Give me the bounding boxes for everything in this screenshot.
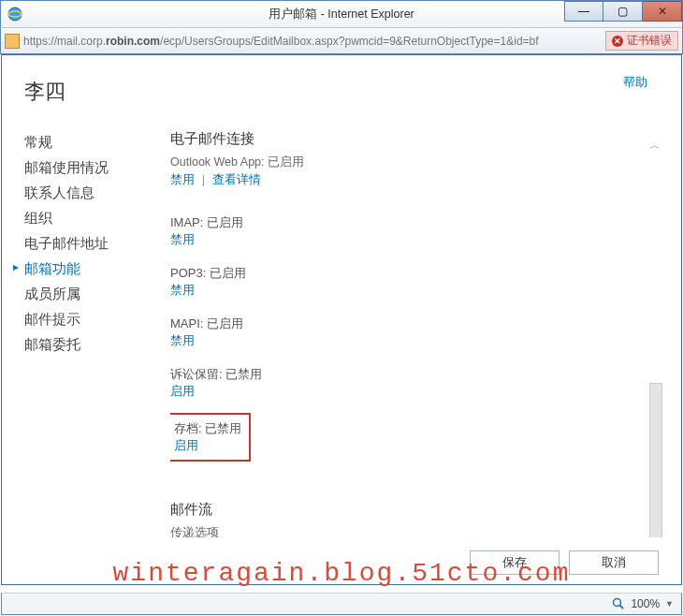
archive-highlight-box: 存档: 已禁用 启用 — [170, 413, 251, 462]
service-imap: IMAP: 已启用 禁用 — [170, 214, 644, 248]
zoom-level[interactable]: 100% — [631, 597, 660, 610]
archive-status: 存档: 已禁用 — [174, 420, 241, 437]
sidebar-item-usage[interactable]: 邮箱使用情况 — [24, 155, 170, 181]
sidebar-item-delegation[interactable]: 邮箱委托 — [24, 332, 170, 358]
mailflow-sub1: 传递选项 — [170, 524, 644, 537]
footer-buttons: 保存 取消 — [11, 550, 659, 575]
zoom-dropdown-icon[interactable]: ▼ — [665, 599, 674, 609]
sidebar-item-email[interactable]: 电子邮件地址 — [24, 231, 170, 257]
imap-status: IMAP: 已启用 — [170, 214, 644, 231]
separator: | — [202, 172, 205, 186]
minimize-button[interactable]: — — [564, 1, 603, 22]
sidebar-nav: 常规 邮箱使用情况 联系人信息 组织 电子邮件地址 邮箱功能 成员所属 邮件提示… — [11, 130, 170, 537]
sidebar-item-mailtip[interactable]: 邮件提示 — [24, 307, 170, 332]
service-archive: 存档: 已禁用 启用 — [174, 420, 241, 454]
sidebar-item-features[interactable]: 邮箱功能 — [24, 257, 170, 282]
scroll-up-icon[interactable]: ︿ — [649, 138, 662, 154]
svg-point-0 — [8, 7, 22, 21]
mapi-action-link[interactable]: 禁用 — [170, 333, 195, 347]
owa-disable-link[interactable]: 禁用 — [170, 172, 195, 186]
page-title: 李四 — [24, 78, 672, 106]
zoom-icon[interactable] — [612, 597, 625, 610]
ie-icon — [7, 6, 23, 22]
section-email-connection: 电子邮件连接 Outlook Web App: 已启用 禁用 | 查看详情 — [170, 130, 644, 188]
mapi-status: MAPI: 已启用 — [170, 315, 644, 332]
archive-action-link[interactable]: 启用 — [174, 438, 198, 452]
svg-line-3 — [620, 606, 624, 609]
owa-details-link[interactable]: 查看详情 — [212, 172, 261, 186]
help-link[interactable]: 帮助 — [623, 74, 647, 91]
sidebar-item-contact[interactable]: 联系人信息 — [24, 181, 170, 206]
maximize-button[interactable]: ▢ — [603, 1, 643, 22]
window-buttons: — ▢ ✕ — [564, 1, 682, 27]
service-mapi: MAPI: 已启用 禁用 — [170, 315, 644, 349]
main-panel: 电子邮件连接 Outlook Web App: 已启用 禁用 | 查看详情 IM… — [170, 130, 672, 537]
page-frame: 帮助 李四 常规 邮箱使用情况 联系人信息 组织 电子邮件地址 邮箱功能 成员所… — [1, 54, 682, 585]
url-text: https://mail.corp.robin.com/ecp/UsersGro… — [23, 35, 602, 48]
litigation-action-link[interactable]: 启用 — [170, 384, 195, 398]
service-pop3: POP3: 已启用 禁用 — [170, 265, 644, 299]
svg-point-2 — [614, 599, 621, 607]
imap-action-link[interactable]: 禁用 — [170, 232, 195, 246]
save-button[interactable]: 保存 — [470, 550, 559, 575]
section-mailflow: 邮件流 传递选项 传递选项控制转发和收件人限制。 查看详情 — [170, 501, 644, 537]
cert-error-badge[interactable]: ✕ 证书错误 — [605, 31, 678, 51]
close-button[interactable]: ✕ — [643, 1, 682, 22]
cert-error-label: 证书错误 — [627, 33, 672, 49]
sidebar-item-general[interactable]: 常规 — [24, 130, 170, 155]
status-bar: 100% ▼ — [1, 593, 682, 615]
mailflow-title: 邮件流 — [170, 501, 644, 519]
sidebar-item-memberof[interactable]: 成员所属 — [24, 282, 170, 307]
scrollbar-track[interactable] — [649, 383, 662, 537]
litigation-status: 诉讼保留: 已禁用 — [170, 366, 644, 383]
cancel-button[interactable]: 取消 — [569, 550, 659, 575]
section-title: 电子邮件连接 — [170, 130, 644, 148]
window-titlebar: 用户邮箱 - Internet Explorer — ▢ ✕ — [0, 0, 683, 28]
pop3-status: POP3: 已启用 — [170, 265, 644, 282]
service-litigation: 诉讼保留: 已禁用 启用 — [170, 366, 644, 400]
address-bar[interactable]: https://mail.corp.robin.com/ecp/UsersGro… — [0, 28, 683, 54]
error-icon: ✕ — [612, 36, 623, 47]
site-icon — [5, 34, 20, 49]
sidebar-item-org[interactable]: 组织 — [24, 206, 170, 231]
owa-status: Outlook Web App: 已启用 — [170, 154, 644, 171]
pop3-action-link[interactable]: 禁用 — [170, 283, 195, 297]
